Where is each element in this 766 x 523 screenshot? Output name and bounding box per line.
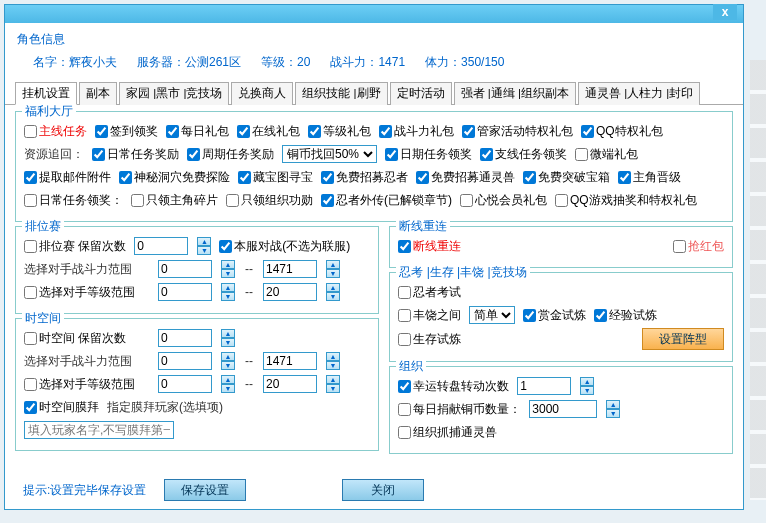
rank-level-hi[interactable] [263,283,317,301]
treasure-checkbox[interactable]: 藏宝图寻宝 [238,167,313,187]
trials-title: 忍考 |生存 |丰饶 |竞技场 [396,264,529,281]
org-title: 组织 [396,358,426,375]
hero-promo-checkbox[interactable]: 主角晋级 [618,167,681,187]
resource-label: 资源追回： [24,144,84,164]
tab-dungeon[interactable]: 副本 [79,82,117,105]
ninja-exam-checkbox[interactable]: 忍者考试 [398,282,461,302]
catch-checkbox[interactable]: 组织抓捕通灵兽 [398,422,497,442]
fengrao-checkbox[interactable]: 丰饶之间 [398,305,461,325]
footer: 提示:设置完毕保存设置 保存设置 关闭 [5,479,743,501]
tabs: 挂机设置 副本 家园 |黑市 |竞技场 兑换商人 组织技能 |刷野 定时活动 强… [5,81,743,105]
server-label: 服务器： [137,55,185,69]
coin-recover-select[interactable]: 铜币找回50% [282,145,377,163]
space-level-hi[interactable] [263,375,317,393]
tab-home[interactable]: 家园 |黑市 |竞技场 [119,82,229,105]
rank-combat-hi[interactable] [263,260,317,278]
fengrao-select[interactable]: 简单 [469,306,515,324]
online-gift-checkbox[interactable]: 在线礼包 [237,121,300,141]
reconnect-checkbox[interactable]: 断线重连 [398,236,461,256]
server-value: 公测261区 [185,55,241,69]
tab-idle-settings[interactable]: 挂机设置 [15,82,77,105]
space-combat-lo[interactable] [158,352,212,370]
space-level-checkbox[interactable]: 选择对手等级范围 [24,374,150,394]
level-gift-checkbox[interactable]: 等级礼包 [308,121,371,141]
close-button-footer[interactable]: 关闭 [342,479,424,501]
space-keep-checkbox[interactable]: 时空间 保留次数 [24,328,150,348]
rank-combat-label: 选择对手战斗力范围 [24,259,150,279]
free-beast-checkbox[interactable]: 免费招募通灵兽 [416,167,515,187]
xinyue-checkbox[interactable]: 心悦会员礼包 [460,190,547,210]
space-title: 时空间 [22,310,64,327]
spin-down[interactable]: ▼ [197,246,211,255]
ninja-extra-checkbox[interactable]: 忍者外传(已解锁章节) [321,190,452,210]
name-value: 辉夜小夫 [69,55,117,69]
branch-claim-checkbox[interactable]: 支线任务领奖 [480,144,567,164]
tab-org-skill[interactable]: 组织技能 |刷野 [295,82,387,105]
butler-checkbox[interactable]: 管家活动特权礼包 [462,121,573,141]
level-value: 20 [297,55,310,69]
donate-input[interactable] [529,400,597,418]
titlebar: x [5,5,743,23]
welfare-group: 福利大厅 主线任务 签到领奖 每日礼包 在线礼包 等级礼包 战斗力礼包 管家活动… [15,111,733,222]
daily-chain-checkbox[interactable]: 日常任务领奖： [24,190,123,210]
set-formation-button[interactable]: 设置阵型 [642,328,724,350]
power-label: 战斗力： [330,55,378,69]
tab-strong[interactable]: 强者 |通缉 |组织副本 [454,82,576,105]
combat-gift-checkbox[interactable]: 战斗力礼包 [379,121,454,141]
rank-group: 排位赛 排位赛 保留次数 ▲▼ 本服对战(不选为联服) 选择对手战斗力范围 ▲▼… [15,226,379,314]
char-info-title: 角色信息 [17,31,731,48]
level-label: 等级： [261,55,297,69]
survival-checkbox[interactable]: 生存试炼 [398,329,461,349]
spin-up[interactable]: ▲ [197,237,211,246]
org-merit-checkbox[interactable]: 只领组织功勋 [226,190,313,210]
weekly-reward-checkbox[interactable]: 周期任务奖励 [187,144,274,164]
lord-frag-checkbox[interactable]: 只领主角碎片 [131,190,218,210]
daily-reward-checkbox[interactable]: 日常任务奖励 [92,144,179,164]
save-button[interactable]: 保存设置 [164,479,246,501]
free-box-checkbox[interactable]: 免费突破宝箱 [523,167,610,187]
wechat-gift-checkbox[interactable]: 微端礼包 [575,144,638,164]
signin-checkbox[interactable]: 签到领奖 [95,121,158,141]
power-value: 1471 [378,55,405,69]
stamina-value: 350/150 [461,55,504,69]
rank-combat-lo[interactable] [158,260,212,278]
tab-exchange[interactable]: 兑换商人 [231,82,293,105]
wheel-checkbox[interactable]: 幸运转盘转动次数 [398,376,509,396]
cave-checkbox[interactable]: 神秘洞穴免费探险 [119,167,230,187]
trials-group: 忍考 |生存 |丰饶 |竞技场 忍者考试 丰饶之间 简单 赏金试炼 经验试炼 生… [389,272,733,362]
qq-lottery-checkbox[interactable]: QQ游戏抽奖和特权礼包 [555,190,697,210]
reconnect-group: 断线重连 断线重连 抢红包 [389,226,733,268]
donate-checkbox[interactable]: 每日捐献铜币数量： [398,399,521,419]
qq-priv-checkbox[interactable]: QQ特权礼包 [581,121,663,141]
rank-level-lo[interactable] [158,283,212,301]
bounty-checkbox[interactable]: 赏金试炼 [523,305,586,325]
space-group: 时空间 时空间 保留次数 ▲▼ 选择对手战斗力范围 ▲▼ -- ▲▼ 选择对手等… [15,318,379,451]
space-keep-input[interactable] [158,329,212,347]
stamina-label: 体力： [425,55,461,69]
worship-input[interactable] [24,421,174,439]
space-level-lo[interactable] [158,375,212,393]
redpacket-checkbox[interactable]: 抢红包 [673,236,724,256]
rank-local-checkbox[interactable]: 本服对战(不选为联服) [219,236,350,256]
daily-claim-checkbox[interactable]: 日期任务领奖 [385,144,472,164]
space-combat-label: 选择对手战斗力范围 [24,351,150,371]
worship-target-label: 指定膜拜玩家(选填项) [107,397,223,417]
close-button[interactable]: x [713,4,737,20]
wheel-input[interactable] [517,377,571,395]
tab-beast[interactable]: 通灵兽 |人柱力 |封印 [578,82,700,105]
main-quest-checkbox[interactable]: 主线任务 [24,121,87,141]
rank-keep-checkbox[interactable]: 排位赛 保留次数 [24,236,126,256]
mail-checkbox[interactable]: 提取邮件附件 [24,167,111,187]
rank-keep-input[interactable] [134,237,188,255]
exp-checkbox[interactable]: 经验试炼 [594,305,657,325]
reconnect-title: 断线重连 [396,218,450,235]
worship-checkbox[interactable]: 时空间膜拜 [24,397,99,417]
main-panel: x 角色信息 名字：辉夜小夫 服务器：公测261区 等级：20 战斗力：1471… [4,4,744,510]
tab-timed[interactable]: 定时活动 [390,82,452,105]
org-group: 组织 幸运转盘转动次数 ▲▼ 每日捐献铜币数量： ▲▼ 组织抓捕通灵兽 [389,366,733,454]
daily-gift-checkbox[interactable]: 每日礼包 [166,121,229,141]
rank-level-checkbox[interactable]: 选择对手等级范围 [24,282,150,302]
space-combat-hi[interactable] [263,352,317,370]
free-ninja-checkbox[interactable]: 免费招募忍者 [321,167,408,187]
character-info: 角色信息 名字：辉夜小夫 服务器：公测261区 等级：20 战斗力：1471 体… [5,23,743,81]
